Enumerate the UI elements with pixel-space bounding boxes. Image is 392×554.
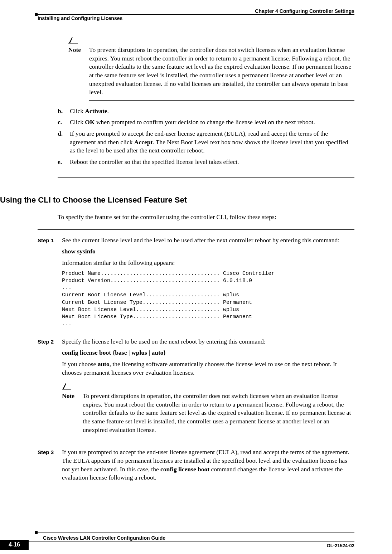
header-marker [35, 13, 38, 16]
bold-term: config license boot [62, 349, 111, 356]
page-number: 4-16 [0, 540, 29, 550]
pencil-icon [68, 36, 78, 44]
command-text: show sysinfo [62, 247, 354, 256]
item-label: e. [58, 158, 66, 166]
footer-title: Cisco Wireless LAN Controller Configurat… [43, 535, 165, 541]
step-text: Specify the license level to be used on … [62, 337, 354, 346]
text-segment: when prompted to confirm your decision t… [95, 118, 315, 126]
section-rule [58, 177, 354, 178]
note-bottom-rule [89, 100, 354, 101]
list-item: b. Click Activate. [58, 107, 354, 116]
text-segment: If you choose [62, 360, 98, 368]
note-text: To prevent disruptions in operation, the… [89, 46, 354, 97]
note-top-rule [76, 388, 354, 388]
step-3: Step 3 If you are prompted to accept the… [38, 448, 354, 485]
text-segment: Click [70, 118, 85, 126]
pencil-icon [62, 382, 72, 390]
footer-marker [35, 531, 38, 534]
note-bottom-rule [83, 438, 354, 438]
step-text: Information similar to the following app… [62, 259, 354, 267]
item-text: Click OK when prompted to confirm your d… [70, 118, 354, 127]
note-text: To prevent disruptions in operation, the… [83, 392, 354, 434]
step-text: If you choose auto, the licensing softwa… [62, 360, 354, 377]
footer-inner-rule [29, 541, 354, 541]
step-1: Step 1 See the current license level and… [38, 236, 354, 331]
list-item: c. Click OK when prompted to confirm you… [58, 118, 354, 127]
step-2: Step 2 Specify the license level to be u… [38, 337, 354, 442]
item-text: Reboot the controller so that the specif… [70, 158, 354, 166]
list-item: d. If you are prompted to accept the end… [58, 130, 354, 155]
step-label: Step 2 [38, 337, 55, 442]
text-segment: Click [70, 107, 85, 115]
intro-text: To specify the feature set for the contr… [58, 213, 354, 222]
list-item: e. Reboot the controller so that the spe… [58, 158, 354, 166]
footer-doc-number: OL-21524-02 [327, 543, 354, 549]
step-label: Step 3 [38, 448, 55, 485]
item-text: Click Activate. [70, 107, 354, 116]
bold-term: Accept [134, 138, 153, 146]
note-label: Note [62, 392, 77, 434]
running-header-section: Installing and Configuring Licenses [38, 15, 122, 22]
bold-term: {base | wplus | auto} [111, 349, 166, 356]
step-text: See the current license level and the le… [62, 236, 354, 245]
item-label: d. [58, 130, 66, 155]
step-text: If you are prompted to accept the end-us… [62, 448, 354, 482]
bold-term: Activate [85, 107, 107, 115]
cli-output: Product Name............................… [62, 270, 354, 328]
bold-term: config license boot [160, 466, 209, 473]
footer-rule [38, 533, 354, 533]
step-label: Step 1 [38, 236, 55, 331]
command-text: config license boot {base | wplus | auto… [62, 349, 354, 357]
note-label: Note [68, 46, 83, 97]
item-text: If you are prompted to accept the end-us… [70, 130, 354, 155]
procedure-top-rule [38, 229, 354, 230]
bold-term: OK [85, 118, 95, 126]
item-label: c. [58, 118, 66, 127]
bold-term: auto [98, 360, 110, 368]
heading-cli-feature-set: Using the CLI to Choose the Licensed Fea… [0, 195, 187, 204]
item-label: b. [58, 107, 66, 116]
note-top-rule [83, 42, 354, 42]
note-block: Note To prevent disruptions in operation… [62, 382, 354, 438]
note-block: Note To prevent disruptions in operation… [68, 36, 354, 101]
running-header-chapter: Chapter 4 Configuring Controller Setting… [255, 8, 354, 15]
text-segment: . [107, 107, 109, 115]
